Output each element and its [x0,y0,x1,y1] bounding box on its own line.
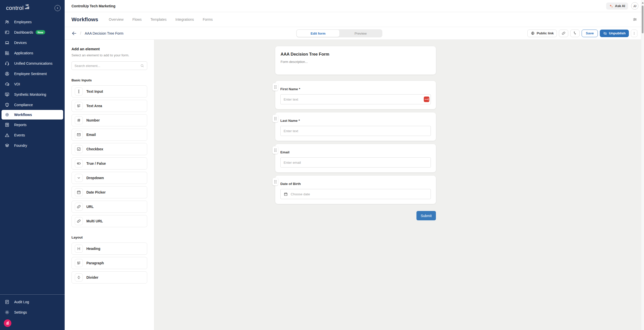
sidebar-item-settings[interactable]: Settings [0,307,65,317]
preview-segment[interactable]: Preview [339,30,382,37]
drag-handle[interactable] [273,115,278,122]
more-options-button[interactable] [631,30,637,37]
sidebar-item-employee-sentiment[interactable]: Employee Sentiment [0,68,65,79]
main-area: ControlUp Tech Marketing Ask AI JJ Workf… [65,0,644,330]
sidebar-item-events[interactable]: Events [0,130,65,140]
element-item-true-false[interactable]: True / False [71,157,147,170]
sidebar-divider [0,294,65,295]
scrollbar-up-arrow[interactable] [642,2,644,4]
element-item-url[interactable]: URL [71,201,147,213]
sidebar-item-dashboards[interactable]: DashboardsNew [0,27,65,37]
calendar-icon [284,192,288,196]
element-item-checkbox[interactable]: Checkbox [71,143,147,155]
sidebar-nav: EmployeesDashboardsNewDevicesApplication… [0,17,65,151]
element-item-number[interactable]: Number [71,114,147,126]
section-title-basic-inputs: Basic Inputs [71,78,147,82]
sidebar-item-label: Employees [14,20,32,24]
element-search[interactable] [71,61,147,70]
sidebar-item-workflows[interactable]: Workflows [2,110,63,120]
drag-handle[interactable] [273,146,278,154]
sidebar-item-label: Foundry [14,144,27,148]
sidebar-item-vdi[interactable]: VDI [0,79,65,89]
save-button[interactable]: Save [582,30,598,37]
globe-icon [531,31,535,35]
drag-handle[interactable] [273,83,278,91]
foundry-icon [5,143,10,148]
field-label: Last Name * [280,119,431,123]
flow-branch-icon [573,31,577,35]
scrollbar-thumb[interactable] [642,6,643,33]
date-of-birth-input[interactable]: Choose date [280,189,431,199]
element-item-email[interactable]: Email [71,129,147,141]
sidebar-item-synthetic-monitoring[interactable]: Synthetic Monitoring [0,89,65,100]
tab-overview[interactable]: Overview [109,17,123,21]
sidebar-logo-row: control up [0,0,65,15]
user-avatar[interactable]: JJ [631,2,638,10]
sidebar-item-applications[interactable]: Applications [0,48,65,58]
filter-sliders-icon[interactable] [632,17,637,22]
element-item-text-input[interactable]: Text Input [71,85,147,98]
sidebar-item-compliance[interactable]: Compliance [0,100,65,110]
element-item-heading[interactable]: Heading [71,243,147,255]
back-button[interactable] [71,31,77,36]
sidebar-item-label: Workflows [14,113,32,117]
email-input[interactable]: Enter email [280,157,431,168]
form-field-first-name[interactable]: First Name *Enter text [275,81,436,109]
element-item-text-area[interactable]: Text Area [71,100,147,112]
field-label: Date of Birth [280,182,431,186]
section-title-layout: Layout [71,235,147,239]
breadcrumb: AAA Decision Tree Form [85,31,123,35]
logo-bars-icon [25,6,30,9]
sidebar-item-foundry[interactable]: Foundry [0,140,65,151]
first-name-input[interactable]: Enter text [280,94,431,104]
copy-link-button[interactable] [559,30,568,37]
element-item-dropdown[interactable]: Dropdown [71,172,147,184]
element-item-label: Text Input [86,89,103,93]
tab-integrations[interactable]: Integrations [176,17,194,21]
public-link-button[interactable]: Public link [527,30,557,37]
tab-flows[interactable]: Flows [132,17,142,21]
sidebar-item-label: Unified Communications [14,61,53,65]
tab-forms[interactable]: Forms [203,17,213,21]
last-name-input[interactable]: Enter text [280,126,431,136]
unpublish-label: Unpublish [609,31,626,35]
drag-handle[interactable] [273,178,278,185]
sidebar-item-reports[interactable]: Reports [0,120,65,130]
ask-ai-button[interactable]: Ask AI [606,3,628,10]
unified-communications-icon [5,61,10,66]
flow-button[interactable] [570,30,580,37]
sidebar-item-label: Employee Sentiment [14,72,47,76]
submit-button[interactable]: Submit [416,211,436,220]
tab-templates[interactable]: Templates [151,17,167,21]
sidebar-item-devices[interactable]: Devices [0,37,65,48]
compliance-icon [5,102,10,107]
form-field-email[interactable]: EmailEnter email [275,144,436,172]
element-item-paragraph[interactable]: Paragraph [71,257,147,269]
email-icon [75,131,83,139]
topbar: ControlUp Tech Marketing Ask AI JJ [65,0,644,12]
edit-form-segment[interactable]: Edit form [297,30,339,37]
element-item-date-picker[interactable]: Date Picker [71,186,147,198]
logo-text: control [6,5,24,11]
panel-title: Add an element [71,47,147,51]
form-field-date-of-birth[interactable]: Date of BirthChoose date [275,176,436,204]
form-field-last-name[interactable]: Last Name *Enter text [275,112,436,141]
sidebar-item-employees[interactable]: Employees [0,17,65,27]
element-item-divider[interactable]: Divider [71,271,147,284]
grammarly-extension-icon[interactable] [424,97,429,102]
element-search-input[interactable] [75,64,140,68]
sidebar-collapse-button[interactable] [55,5,61,11]
form-header-card[interactable]: AAA Decision Tree Form Form description.… [275,46,436,75]
unpublish-button[interactable]: Unpublish [600,30,629,37]
controlup-logo: control up [6,5,30,11]
chevron-left-icon [56,6,59,10]
dex-logo[interactable] [4,319,11,327]
new-badge: New [36,30,45,34]
element-panel: Add an element Select an element to add … [65,40,154,330]
element-item-multi-url[interactable]: Multi URL [71,215,147,227]
panel-subtitle: Select an element to add to your form. [71,53,147,57]
page-scrollbar[interactable] [641,0,644,330]
sidebar-item-unified-communications[interactable]: Unified Communications [0,58,65,68]
sidebar-item-audit-log[interactable]: Audit Log [0,297,65,307]
search-icon [140,64,144,68]
